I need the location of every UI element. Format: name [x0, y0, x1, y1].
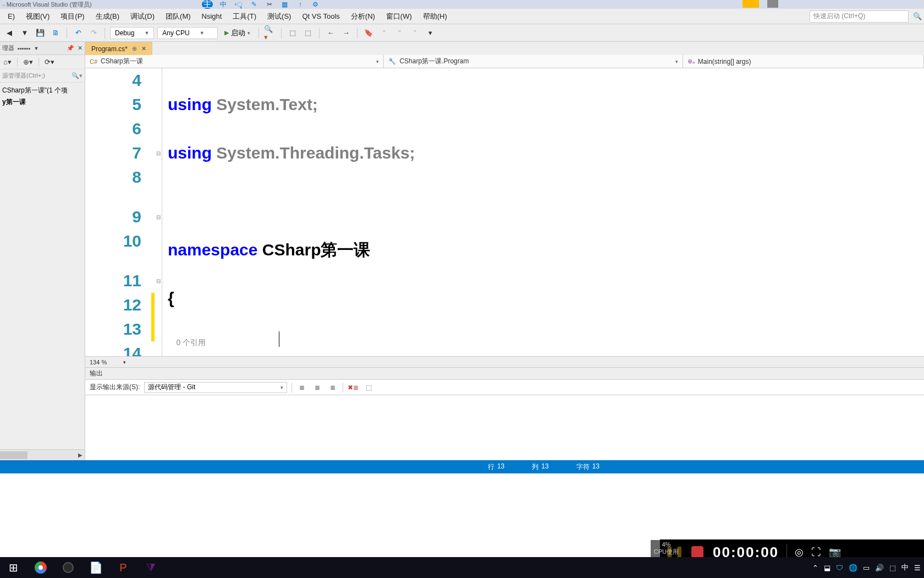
fold-column[interactable]: ⊟ ⊟⊟: [155, 68, 162, 356]
tab-label: Program.cs*: [91, 45, 128, 53]
volume-icon[interactable]: 🔊: [875, 564, 884, 572]
notepad-icon[interactable]: 📄: [86, 559, 106, 576]
annotation-box: [743, 0, 759, 8]
save-all-icon[interactable]: 🗎: [50, 27, 62, 39]
system-tray[interactable]: ⌃ ⬓ 🛡 🌐 ▭ 🔊 ⬚ 中 ☰: [812, 563, 921, 572]
toolbar-icon[interactable]: ": [378, 27, 390, 39]
menu-team[interactable]: 团队(M): [160, 9, 196, 24]
refresh-icon[interactable]: ⟳▾: [45, 58, 54, 66]
shield-icon[interactable]: 🛡: [836, 564, 843, 572]
line-numbers: 4 5 6 7 8 9 10 11 12 13 14 15 16: [85, 68, 151, 356]
nav-project[interactable]: C#CSharp第一课▾: [85, 55, 384, 68]
menu-view[interactable]: 视图(V): [20, 9, 55, 24]
camera-icon[interactable]: 📷: [829, 546, 841, 558]
forward-icon[interactable]: ▼: [19, 27, 31, 39]
bookmark-icon[interactable]: 🔖: [362, 27, 375, 39]
menu-bar: E) 视图(V) 项目(P) 生成(B) 调试(D) 团队(M) Nsight …: [0, 9, 924, 24]
nav-class[interactable]: 🔧CSharp第一课.Program▾: [384, 55, 683, 68]
toolbar-icon[interactable]: ": [409, 27, 421, 39]
fullscreen-icon[interactable]: ⛶: [811, 547, 821, 558]
ime-indicator[interactable]: 中: [901, 563, 909, 572]
menu-tools[interactable]: 工具(T): [227, 9, 262, 24]
toolbar-icon[interactable]: ": [393, 27, 405, 39]
class-icon: 🔧: [388, 58, 396, 65]
solution-tree[interactable]: CSharp第一课"(1 个项 y第一课: [0, 83, 85, 110]
chrome-icon[interactable]: [31, 559, 51, 576]
output-btn[interactable]: ⬚: [363, 384, 374, 391]
windows-taskbar[interactable]: ⊞ 📄 P ⧩ ⌃ ⬓ 🛡 🌐 ▭ 🔊 ⬚ 中 ☰: [0, 557, 924, 578]
tray-icon[interactable]: ☰: [914, 564, 921, 572]
zoom-dropdown[interactable]: ▾: [123, 359, 126, 365]
outdent-icon[interactable]: ←: [324, 27, 337, 39]
tray-up-icon[interactable]: ⌃: [812, 564, 818, 572]
method-icon: ⊕ₐ: [688, 58, 695, 65]
save-icon[interactable]: 💾: [34, 27, 46, 39]
output-source-combo[interactable]: 源代码管理 - Git▾: [144, 382, 287, 393]
output-btn[interactable]: ≣: [312, 384, 323, 391]
pencil-icon[interactable]: ✎: [249, 0, 259, 9]
menu-window[interactable]: 窗口(W): [381, 9, 417, 24]
nav-method[interactable]: ⊕ₐMain(string[] args): [683, 55, 924, 68]
menu-build[interactable]: 生成(B): [90, 9, 125, 24]
indent-icon[interactable]: →: [340, 27, 352, 39]
tree-solution[interactable]: CSharp第一课"(1 个项: [2, 85, 82, 96]
pin-icon[interactable]: 📌: [67, 45, 74, 52]
toolbar-icon[interactable]: ⬚: [302, 27, 314, 39]
text-cursor: [279, 331, 279, 347]
tree-project[interactable]: y第一课: [2, 96, 82, 108]
start-button[interactable]: ⊞: [3, 559, 23, 576]
tray-icon[interactable]: ⬓: [824, 564, 831, 572]
toolbar-icon[interactable]: ▾: [424, 27, 436, 39]
menu-help[interactable]: 帮助(H): [417, 9, 453, 24]
toolbar-icon[interactable]: ⬚: [287, 27, 299, 39]
code-content[interactable]: using System.Text; using System.Threadin…: [162, 68, 924, 356]
powerpoint-icon[interactable]: P: [113, 559, 133, 576]
menu-project[interactable]: 项目(P): [55, 9, 90, 24]
sidebar-scrollbar[interactable]: ▶: [0, 449, 85, 460]
quick-launch-input[interactable]: 快速启动 (Ctrl+Q): [810, 10, 909, 23]
platform-combo[interactable]: Any CPU▼: [157, 27, 218, 39]
home-icon[interactable]: ⌂▾: [3, 58, 12, 66]
title-icon[interactable]: 中: [218, 0, 228, 9]
menu-test[interactable]: 测试(S): [262, 9, 296, 24]
code-editor[interactable]: 4 5 6 7 8 9 10 11 12 13 14 15 16: [85, 68, 924, 356]
close-icon[interactable]: ✕: [141, 45, 146, 52]
tab-program[interactable]: Program.cs* ⊕ ✕: [85, 42, 152, 55]
webcam-icon[interactable]: ◎: [795, 546, 804, 558]
title-icon[interactable]: ◦ৢ: [234, 0, 244, 9]
output-btn[interactable]: ≣: [296, 384, 307, 391]
menu-nsight[interactable]: Nsight: [196, 10, 228, 23]
globe-icon[interactable]: 🌐: [849, 564, 857, 572]
tray-icon[interactable]: ⬚: [889, 564, 896, 572]
menu-debug[interactable]: 调试(D): [125, 9, 160, 24]
title-text: - Microsoft Visual Studio (管理员): [3, 1, 92, 9]
visualstudio-icon[interactable]: ⧩: [141, 559, 161, 576]
sidebar-search[interactable]: 源管理器(Ctrl+;) 🔍▾: [0, 69, 85, 83]
run-button[interactable]: ▶启动▾: [221, 27, 254, 39]
zoom-value[interactable]: 134 %: [90, 359, 107, 366]
status-bar: 行13 列13 字符13: [0, 460, 924, 473]
back-icon[interactable]: ◀: [3, 27, 15, 39]
config-combo[interactable]: Debug▼: [110, 27, 154, 39]
redo-icon[interactable]: ↷: [87, 27, 100, 39]
menu-analyze[interactable]: 分析(N): [345, 9, 381, 24]
arrow-icon[interactable]: ↑: [295, 0, 305, 9]
battery-icon[interactable]: ▭: [863, 564, 870, 572]
title-icon[interactable]: 主: [202, 0, 213, 9]
scissors-icon[interactable]: ✂: [265, 0, 274, 9]
search-icon[interactable]: 🔍: [913, 12, 922, 20]
clear-icon[interactable]: ✖≣: [348, 384, 359, 391]
gear-icon[interactable]: ⚙: [311, 0, 321, 9]
output-body[interactable]: [85, 395, 924, 460]
tab-modified-icon: ⊕: [132, 45, 137, 52]
menu-qt[interactable]: Qt VS Tools: [296, 10, 345, 23]
globe-icon[interactable]: ⊕▾: [23, 58, 33, 66]
grid-icon[interactable]: ▦: [280, 0, 290, 9]
menu-file[interactable]: E): [2, 10, 20, 23]
close-icon[interactable]: ✕: [78, 45, 82, 52]
obs-icon[interactable]: [58, 559, 78, 576]
search-icon[interactable]: 🔍▾: [72, 72, 82, 79]
output-btn[interactable]: ≣: [327, 384, 338, 391]
toolbar-icon[interactable]: 🔍▾: [264, 27, 276, 39]
undo-icon[interactable]: ↶: [72, 27, 84, 39]
